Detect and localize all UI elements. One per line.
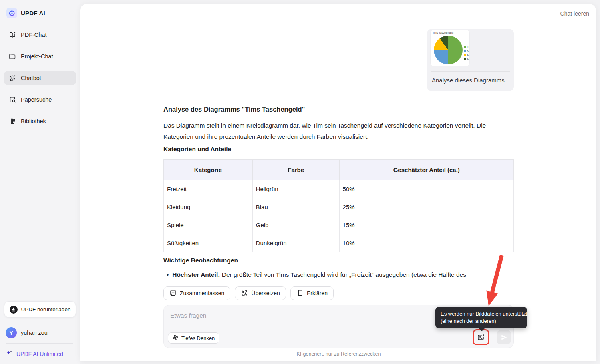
chart-title: Tims Taschengeld <box>433 31 453 34</box>
observation-text: Der größte Teil von Tims Taschengeld wir… <box>220 271 466 278</box>
send-button[interactable] <box>497 330 511 344</box>
sparkles-icon <box>6 350 13 358</box>
sidebar-item-pdf-chat[interactable]: PDF-Chat <box>4 28 76 42</box>
translate-icon <box>241 289 248 298</box>
chat-panel: Chat leeren Tims Taschengeld Freizeit Kl… <box>80 4 596 361</box>
section-heading-beobachtungen: Wichtige Beobachtungen <box>163 257 238 264</box>
disclaimer-text: KI-generiert, nur zu Referenzzwecken <box>163 351 514 357</box>
cell-farbe: Blau <box>252 198 339 216</box>
upgrade-plan-link[interactable]: UPDF AI Unlimited <box>6 350 63 358</box>
cell-kategorie: Süßigkeiten <box>164 234 253 252</box>
table-row: Süßigkeiten Dunkelgrün 10% <box>164 234 514 252</box>
summarize-icon <box>169 289 177 298</box>
sidebar: UPDF AI PDF-Chat Projekt-Chat <box>0 0 80 364</box>
brand-name: UPDF AI <box>21 10 45 16</box>
sidebar-item-bibliothek[interactable]: Bibliothek <box>4 114 76 128</box>
legend-item: Süßigkeiten <box>464 58 470 60</box>
user-message-card: Tims Taschengeld Freizeit Kleidung Spiel… <box>427 29 514 91</box>
cell-kategorie: Freizeit <box>164 180 253 198</box>
avatar: Y <box>6 327 17 338</box>
tooltip-line2: (eine nach der anderen) <box>441 318 522 325</box>
cell-anteil: 25% <box>339 198 513 216</box>
quick-actions: Zusammenfassen Übersetzen E <box>163 286 334 300</box>
red-arrow-annotation <box>483 254 507 308</box>
download-label: UPDF herunterladen <box>21 306 71 312</box>
chart-thumbnail[interactable]: Tims Taschengeld Freizeit Kleidung Spiel… <box>430 30 470 66</box>
translate-label: Übersetzen <box>251 290 280 296</box>
explain-button[interactable]: Erklären <box>290 286 334 300</box>
cell-farbe: Gelb <box>252 216 339 234</box>
cell-farbe: Dunkelgrün <box>252 234 339 252</box>
col-header-anteil: Geschätzter Anteil (ca.) <box>339 160 513 180</box>
sidebar-item-label: Bibliothek <box>21 118 46 124</box>
cell-kategorie: Spiele <box>164 216 253 234</box>
image-upload-button[interactable] <box>475 331 487 344</box>
sidebar-divider <box>6 343 73 344</box>
library-icon <box>8 117 16 125</box>
translate-button[interactable]: Übersetzen <box>235 286 286 300</box>
brand: UPDF AI <box>6 8 45 18</box>
table-header-row: Kategorie Farbe Geschätzter Anteil (ca.) <box>164 160 514 180</box>
folder-chat-icon <box>8 52 16 60</box>
plan-label: UPDF AI Unlimited <box>16 351 63 357</box>
composer-divider <box>493 332 493 342</box>
ai-response-title: Analyse des Diagramms "Tims Taschengeld" <box>163 106 305 113</box>
download-updf-button[interactable]: UPDF herunterladen <box>4 301 76 318</box>
chart-legend: Freizeit Kleidung Spiele Süßigkeiten <box>464 46 470 62</box>
book-icon <box>296 289 304 298</box>
sidebar-nav: PDF-Chat Projekt-Chat <box>4 28 76 136</box>
download-icon <box>10 306 18 314</box>
atom-icon <box>173 334 179 342</box>
legend-item: Spiele <box>464 54 470 56</box>
sidebar-item-label: Papersuche <box>21 96 52 103</box>
card-divider <box>431 71 510 72</box>
deep-think-toggle[interactable]: Tiefes Denken <box>168 332 219 344</box>
explain-label: Erklären <box>307 290 328 296</box>
red-highlight-box <box>473 329 489 345</box>
sidebar-item-label: PDF-Chat <box>21 32 46 38</box>
sidebar-item-label: Projekt-Chat <box>21 53 53 60</box>
user-account[interactable]: Y yuhan zou <box>6 327 48 338</box>
image-upload-tooltip: Es werden nur Bilddateien unterstützt (e… <box>435 307 527 328</box>
cell-anteil: 50% <box>339 180 513 198</box>
sidebar-item-projekt-chat[interactable]: Projekt-Chat <box>4 49 76 64</box>
tooltip-line1: Es werden nur Bilddateien unterstützt <box>441 310 522 318</box>
observation-bullet: •Höchster Anteil: Der größte Teil von Ti… <box>167 271 466 278</box>
user-message-text: Analyse dieses Diagramms <box>432 77 505 84</box>
deep-think-label: Tiefes Denken <box>181 335 215 341</box>
mini-pie-chart <box>434 36 463 64</box>
table-row: Kleidung Blau 25% <box>164 198 514 216</box>
chat-input[interactable] <box>170 311 370 320</box>
paper-search-icon <box>8 96 16 104</box>
legend-item: Kleidung <box>464 50 470 52</box>
ai-response-intro: Das Diagramm stellt in einem Kreisdiagra… <box>163 120 503 142</box>
cell-kategorie: Kleidung <box>164 198 253 216</box>
clear-chat-button[interactable]: Chat leeren <box>560 10 589 17</box>
sidebar-item-chatbot[interactable]: Chatbot <box>4 71 76 85</box>
section-heading-kategorien: Kategorien und Anteile <box>163 146 231 153</box>
bullet-dot: • <box>167 271 169 278</box>
col-header-farbe: Farbe <box>252 160 339 180</box>
chatbot-icon <box>8 74 16 82</box>
book-chat-icon <box>8 31 16 39</box>
tooltip-pointer <box>479 328 485 331</box>
analysis-table: Kategorie Farbe Geschätzter Anteil (ca.)… <box>163 159 514 252</box>
col-header-kategorie: Kategorie <box>164 160 253 180</box>
user-name: yuhan zou <box>21 330 48 336</box>
cell-farbe: Hellgrün <box>252 180 339 198</box>
table-row: Spiele Gelb 15% <box>164 216 514 234</box>
legend-item: Freizeit <box>464 46 470 48</box>
summarize-button[interactable]: Zusammenfassen <box>163 286 230 300</box>
cell-anteil: 10% <box>339 234 513 252</box>
table-row: Freizeit Hellgrün 50% <box>164 180 514 198</box>
updf-ai-logo-icon <box>6 8 17 18</box>
cell-anteil: 15% <box>339 216 513 234</box>
observation-label: Höchster Anteil: <box>172 271 220 278</box>
sidebar-item-label: Chatbot <box>21 75 41 81</box>
summarize-label: Zusammenfassen <box>180 290 224 296</box>
sidebar-item-papersuche[interactable]: Papersuche <box>4 92 76 107</box>
